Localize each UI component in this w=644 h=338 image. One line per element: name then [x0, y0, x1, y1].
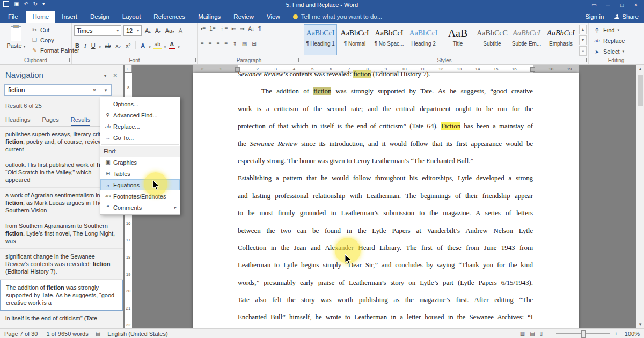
tell-me-box[interactable]: Tell me what you want to do...: [301, 11, 383, 23]
numbering-icon[interactable]: 1≡: [209, 26, 215, 32]
language-indicator[interactable]: English (United States): [103, 330, 172, 337]
grow-font-button[interactable]: A▴: [144, 27, 152, 34]
styles-more-icon[interactable]: ≡: [579, 46, 587, 56]
style-card[interactable]: AaBbCcI Heading 2: [407, 24, 440, 55]
document-line[interactable]: to be most firmly grounded in Leatherman…: [238, 204, 533, 222]
menu-item[interactable]: ⊞ Tables: [100, 168, 180, 179]
ribbon-tab[interactable]: Layout: [116, 11, 148, 23]
clear-formatting-button[interactable]: A: [178, 27, 184, 34]
highlight-color-button[interactable]: ab: [153, 41, 162, 49]
align-center-icon[interactable]: ≡: [209, 41, 212, 47]
ribbon-tab[interactable]: Design: [84, 11, 116, 23]
document-line[interactable]: Leatherman to Lytle begins simply “Dear …: [238, 256, 533, 274]
italic-button[interactable]: I: [83, 42, 87, 49]
align-right-icon[interactable]: ≡: [217, 41, 220, 47]
text-effects-button[interactable]: A: [140, 42, 146, 49]
document-line[interactable]: work is a criticism of the second rate; …: [238, 100, 533, 117]
show-formatting-marks-icon[interactable]: ¶: [258, 26, 261, 32]
decrease-indent-icon[interactable]: ⇤: [232, 26, 236, 32]
menu-item[interactable]: π Equations: [100, 179, 180, 190]
font-color-button[interactable]: A: [169, 40, 175, 49]
bullets-icon[interactable]: •≡: [201, 26, 206, 32]
align-left-icon[interactable]: ≡: [201, 41, 204, 47]
document-line[interactable]: especially strong. The honor was given t…: [238, 152, 533, 170]
ribbon-tab[interactable]: References: [147, 11, 192, 23]
select-button[interactable]: ➤Select▾: [594, 48, 625, 55]
word-count[interactable]: 1 of 9650 words: [42, 330, 92, 337]
zoom-in-icon[interactable]: +: [614, 330, 618, 337]
line-spacing-icon[interactable]: ⇕: [232, 41, 237, 47]
tab-file[interactable]: File: [0, 11, 26, 23]
share-button[interactable]: Share: [614, 11, 639, 23]
clear-search-icon[interactable]: ✕: [89, 85, 100, 95]
search-result-item[interactable]: in itself is the end of criticism” (Tate: [0, 311, 123, 326]
superscript-button[interactable]: x²: [125, 42, 131, 49]
menu-item[interactable]: ⚲ Advanced Find...: [100, 109, 180, 121]
minimize-button[interactable]: ─: [601, 0, 615, 11]
document-line[interactable]: protection of that which in itself is th…: [238, 117, 533, 135]
search-result-item[interactable]: significant change in the Sewanee Review…: [0, 249, 123, 280]
font-size-select[interactable]: 12▾: [123, 25, 142, 36]
styles-scroll-up-icon[interactable]: ▲: [579, 25, 587, 34]
document-line[interactable]: Tate also felt the story was worth publi…: [238, 291, 533, 308]
navigation-tab[interactable]: Pages: [42, 114, 58, 126]
page-indicator[interactable]: Page 7 of 30: [0, 330, 42, 337]
scroll-up-icon[interactable]: ▲: [636, 65, 644, 73]
styles-dialog-launcher[interactable]: [583, 58, 587, 62]
styles-scroll-down-icon[interactable]: ▼: [579, 35, 587, 45]
zoom-out-icon[interactable]: −: [547, 330, 551, 337]
ribbon-tab[interactable]: Home: [26, 11, 56, 23]
proofing-icon[interactable]: ▤: [93, 330, 103, 336]
replace-button[interactable]: abReplace: [594, 37, 625, 45]
navigation-options-icon[interactable]: ▾: [104, 72, 107, 78]
subscript-button[interactable]: x₂: [114, 42, 122, 49]
bold-button[interactable]: B: [74, 42, 80, 49]
ribbon-tab[interactable]: View: [260, 11, 287, 23]
search-options-dropdown-icon[interactable]: ▾: [100, 85, 111, 95]
search-result-item[interactable]: from Southern Agrarianism to Southern fi…: [0, 218, 123, 249]
document-line[interactable]: Establishing a pattern that he would fol…: [238, 170, 533, 187]
document-line[interactable]: Enchanted Bull” himself, he wrote to Lea…: [238, 308, 533, 326]
style-card[interactable]: AaBbCcI ¶ Heading 1: [304, 24, 337, 55]
menu-item[interactable]: ab Replace...: [100, 121, 180, 132]
sign-in-link[interactable]: Sign in: [585, 11, 604, 23]
web-layout-icon[interactable]: ▯: [540, 330, 543, 336]
menu-item[interactable]: ❝ Comments ▸: [100, 202, 180, 213]
scrollbar-thumb[interactable]: [638, 75, 643, 106]
document-line[interactable]: and lasting professional relationship wi…: [238, 187, 533, 204]
menu-item[interactable]: → Go To...: [100, 132, 180, 143]
close-button[interactable]: ×: [629, 0, 643, 11]
ribbon-tab[interactable]: Mailings: [192, 11, 227, 23]
navigation-close-icon[interactable]: ✕: [113, 72, 118, 78]
print-layout-icon[interactable]: ▤: [530, 330, 535, 336]
style-card[interactable]: AaB Title: [441, 24, 474, 55]
search-result-item[interactable]: The addition of fiction was strongly sup…: [0, 280, 123, 311]
paste-button[interactable]: Paste ▾: [4, 25, 28, 57]
borders-icon[interactable]: ⊞: [252, 41, 256, 47]
clipboard-dialog-launcher[interactable]: [66, 58, 70, 62]
shading-icon[interactable]: ▨: [242, 41, 247, 47]
ribbon-tab[interactable]: Insert: [55, 11, 84, 23]
tab-stop-selector[interactable]: ∟: [125, 65, 132, 72]
vertical-scrollbar[interactable]: ▲ ▼: [636, 65, 644, 328]
document-page[interactable]: Sewanee Review’s contents was revealed: …: [193, 73, 579, 328]
zoom-slider-thumb[interactable]: [581, 330, 586, 338]
style-card[interactable]: AaBbCcI ¶ Normal: [338, 24, 371, 55]
style-card[interactable]: AaBbCcI Emphasis: [544, 24, 577, 55]
document-line[interactable]: Sewanee Review’s contents was revealed: …: [238, 65, 533, 83]
style-card[interactable]: AaBbCcI Subtle Em...: [510, 24, 543, 55]
style-card[interactable]: AaBbCcI ¶ No Spac...: [372, 24, 406, 55]
ribbon-tab[interactable]: Review: [227, 11, 260, 23]
underline-button[interactable]: U: [90, 42, 97, 49]
document-line[interactable]: The addition of fiction was strongly sup…: [238, 83, 533, 100]
zoom-level[interactable]: 100%: [623, 330, 640, 337]
navigation-tab[interactable]: Results: [71, 114, 91, 126]
font-dialog-launcher[interactable]: [192, 58, 196, 62]
increase-indent-icon[interactable]: ⇥: [240, 26, 244, 32]
document-line[interactable]: words,” presumably early praise of Leath…: [238, 274, 533, 291]
navigation-search-input[interactable]: [5, 86, 89, 94]
change-case-button[interactable]: Aa▾: [164, 27, 175, 34]
scroll-down-icon[interactable]: ▼: [636, 320, 644, 328]
menu-item[interactable]: Options...: [100, 98, 180, 109]
maximize-button[interactable]: □: [615, 0, 629, 11]
